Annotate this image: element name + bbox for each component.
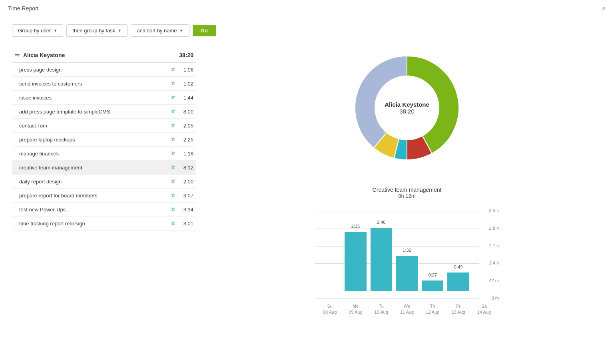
grid-label: 0 m (492, 296, 499, 300)
bar-chart-inner: 3.5 h2.8 h2.1 h1.4 h42 m0 m 2:352:461:32… (315, 211, 499, 299)
task-time: 8:12 (179, 165, 193, 171)
task-row: prepare laptop mockups ⧉ 2:25 (12, 133, 196, 147)
task-list: press page design ⧉ 1:06 send invoices t… (12, 63, 196, 231)
copy-icon[interactable]: ⧉ (171, 122, 175, 129)
bar-rect (396, 256, 418, 291)
window-title: Time Report (8, 5, 39, 12)
bar-value: 0:27 (429, 273, 437, 277)
task-name: daily report design (19, 179, 171, 185)
copy-icon[interactable]: ⧉ (171, 192, 175, 199)
task-time: 1:02 (179, 81, 193, 87)
bar-rect (447, 273, 469, 291)
bar-value: 2:35 (351, 224, 360, 229)
task-time: 1:44 (179, 95, 193, 101)
copy-icon[interactable]: ⧉ (171, 80, 175, 87)
donut-chart: Alicia Keystone 38:20 (347, 48, 467, 168)
chevron-down-icon: ▼ (118, 28, 122, 33)
task-time: 3:01 (179, 221, 193, 227)
bar-label: Mo09 Aug (345, 303, 366, 316)
copy-icon[interactable]: ⧉ (171, 150, 175, 157)
task-name: manage finances (19, 151, 171, 157)
task-name: contact Tom (19, 123, 171, 129)
task-name: prepare laptop mockups (19, 137, 171, 143)
copy-icon[interactable]: ⧉ (171, 164, 175, 171)
title-bar: Time Report × (0, 0, 614, 17)
collapse-icon[interactable] (14, 52, 20, 58)
task-time: 3:34 (179, 207, 193, 213)
bar-label: We11 Aug (396, 303, 418, 316)
task-row: press page design ⧉ 1:06 (12, 63, 196, 77)
bar-col: 2:46 (371, 220, 392, 291)
bar-col: 0:27 (422, 273, 443, 291)
bar-axis (315, 299, 499, 299)
toolbar: Group by user ▼ then group by task ▼ and… (0, 17, 614, 44)
task-row: prepare report for board members ⧉ 3:07 (12, 189, 196, 203)
bar-rect (371, 228, 392, 291)
bar-col (473, 288, 495, 291)
task-row: add press page template to simpleCMS ⧉ 8… (12, 105, 196, 119)
chevron-down-icon: ▼ (53, 28, 57, 33)
task-time: 2:25 (179, 137, 193, 143)
copy-icon[interactable]: ⧉ (171, 66, 175, 73)
chevron-down-icon: ▼ (179, 28, 183, 33)
bar-label: Th12 Aug (422, 303, 443, 316)
bar-value: 0:49 (454, 265, 462, 269)
copy-icon[interactable]: ⧉ (171, 136, 175, 143)
copy-icon[interactable]: ⧉ (171, 178, 175, 185)
task-time: 1:06 (179, 67, 193, 73)
task-name: send invoices to customers (19, 81, 171, 87)
go-button[interactable]: Go (193, 25, 216, 36)
task-name: creative team management (19, 165, 171, 171)
bar-rect (422, 280, 443, 291)
task-name: test new Power-Ups (19, 207, 171, 213)
svg-rect-0 (15, 54, 20, 55)
task-time: 2:00 (179, 179, 193, 185)
task-time: 8:00 (179, 109, 193, 115)
task-row: test new Power-Ups ⧉ 3:34 (12, 203, 196, 217)
bar-col (319, 288, 341, 291)
donut-center-name: Alicia Keystone (385, 101, 429, 108)
group-by-user-dropdown[interactable]: Group by user ▼ (12, 24, 63, 37)
bar-col: 1:32 (396, 248, 418, 291)
then-group-by-task-dropdown[interactable]: then group by task ▼ (66, 24, 128, 37)
donut-center: Alicia Keystone 38:20 (385, 101, 429, 115)
task-row: time tracking report redesign ⧉ 3:01 (12, 217, 196, 231)
group-header: Alicia Keystone 38:20 (12, 48, 196, 63)
and-sort-by-name-dropdown[interactable]: and sort by name ▼ (131, 24, 189, 37)
bar-label: Su08 Aug (319, 303, 341, 316)
tooltip-title: Creative team management (373, 187, 442, 193)
main-window: Time Report × Group by user ▼ then group… (0, 0, 614, 364)
bar-label: Fr13 Aug (447, 303, 469, 316)
task-name: prepare report for board members (19, 193, 171, 199)
bar-label: Sa14 Aug (473, 303, 495, 316)
task-name: press page design (19, 67, 171, 73)
bar-chart: 3.5 h2.8 h2.1 h1.4 h42 m0 m 2:352:461:32… (315, 211, 499, 316)
copy-icon[interactable]: ⧉ (171, 108, 175, 115)
bar-rect (345, 232, 366, 291)
bar-value: 1:32 (403, 248, 411, 253)
x-labels: Su08 AugMo09 AugTu10 AugWe11 AugTh12 Aug… (315, 302, 499, 316)
task-time: 3:07 (179, 193, 193, 199)
donut-tooltip: Creative team management 8h 12m (373, 187, 442, 199)
right-panel: Alicia Keystone 38:20 Creative team mana… (212, 48, 602, 316)
donut-center-time: 38:20 (385, 108, 429, 115)
task-row: send invoices to customers ⧉ 1:02 (12, 77, 196, 91)
grid-line: 0 m (315, 298, 479, 299)
group-total-time: 38:20 (179, 52, 193, 58)
group-name: Alicia Keystone (23, 52, 65, 58)
task-time: 1:18 (179, 151, 193, 157)
task-row: creative team management ⧉ 8:12 (12, 161, 196, 175)
bars-wrapper: 2:352:461:320:270:49 (315, 211, 499, 291)
bar-col: 2:35 (345, 224, 366, 291)
main-content: Alicia Keystone 38:20 press page design … (0, 44, 614, 328)
task-row: daily report design ⧉ 2:00 (12, 175, 196, 189)
task-name: issue invoices (19, 95, 171, 101)
task-time: 2:05 (179, 123, 193, 129)
svg-rect-1 (15, 56, 20, 56)
left-panel: Alicia Keystone 38:20 press page design … (12, 48, 196, 316)
copy-icon[interactable]: ⧉ (171, 220, 175, 227)
copy-icon[interactable]: ⧉ (171, 94, 175, 101)
close-button[interactable]: × (602, 5, 606, 12)
copy-icon[interactable]: ⧉ (171, 206, 175, 213)
task-name: time tracking report redesign (19, 221, 171, 227)
